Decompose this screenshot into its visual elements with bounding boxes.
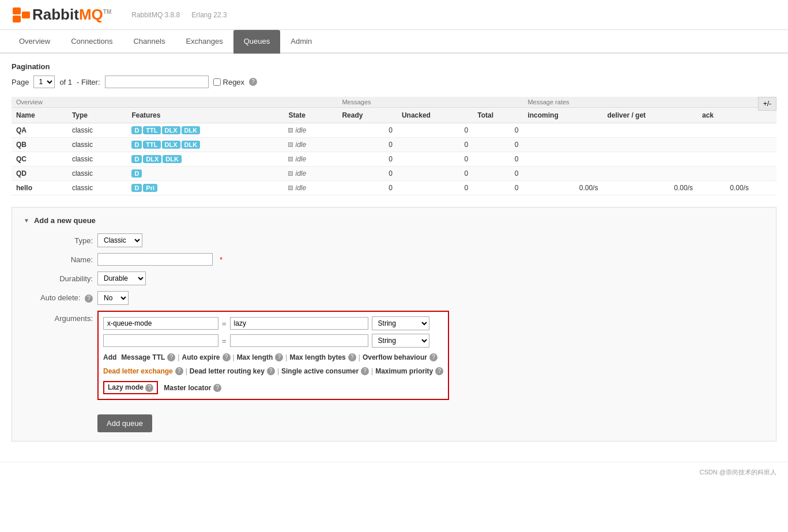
table-row[interactable]: QB classic DTTLDLXDLK idle 0 0 0 [12,138,776,152]
help-dead-letter-routing-key[interactable]: ? [267,367,275,375]
state-dot [288,128,293,133]
add-links-row2: Dead letter exchange ? | Dead letter rou… [103,367,443,375]
add-label: Add [103,353,116,361]
cell-state: idle [284,167,337,181]
cell-deliver-get [602,123,697,138]
cell-name[interactable]: QD [12,167,67,181]
link-max-length[interactable]: Max length [237,353,273,361]
help-max-length[interactable]: ? [275,353,283,361]
cell-incoming [523,123,602,138]
help-max-length-bytes[interactable]: ? [348,353,356,361]
svg-rect-0 [13,7,21,14]
help-message-ttl[interactable]: ? [167,353,175,361]
cell-type: classic [67,152,127,167]
cell-features: DPri [127,181,284,195]
cell-name[interactable]: QB [12,138,67,152]
auto-delete-row: Auto delete: ? No Yes [24,291,764,305]
cell-type: classic [67,181,127,195]
link-maximum-priority[interactable]: Maximum priority [375,367,433,375]
auto-delete-select[interactable]: No Yes [97,291,129,305]
plus-minus-btn[interactable]: +/- [758,97,776,111]
link-auto-expire[interactable]: Auto expire [182,353,220,361]
link-master-locator[interactable]: Master locator [164,384,211,392]
content: Pagination Page 1 of 1 - Filter: Regex ?… [0,54,788,450]
cell-name[interactable]: QA [12,123,67,138]
section-toggle[interactable]: ▼ Add a new queue [24,216,764,225]
col-ack: ack [697,108,753,123]
table-row[interactable]: QC classic DDLXDLK idle 0 0 0 [12,152,776,167]
col-total: Total [473,108,523,123]
submit-area: Add queue [97,406,764,432]
nav-item-admin[interactable]: Admin [280,30,322,54]
cell-name[interactable]: QC [12,152,67,167]
link-max-length-bytes[interactable]: Max length bytes [289,353,345,361]
table-column-headers: Name Type Features State Ready Unacked T… [12,108,776,123]
add-queue-button[interactable]: Add queue [97,414,152,432]
version-info: RabbitMQ 3.8.8 [131,11,180,19]
cell-ack [697,123,753,138]
help-maximum-priority[interactable]: ? [435,367,443,375]
col-unacked: Unacked [397,108,473,123]
table-row[interactable]: QA classic DTTLDLXDLK idle 0 0 0 [12,123,776,138]
help-overflow-behaviour[interactable]: ? [429,353,438,361]
nav-item-channels[interactable]: Channels [123,30,175,54]
cell-deliver-get [602,152,697,167]
name-row: Name: * [24,253,764,266]
link-dead-letter-exchange[interactable]: Dead letter exchange [103,367,173,375]
cell-total: 0 [473,181,523,195]
link-message-ttl[interactable]: Message TTL [121,353,165,361]
cell-deliver-get [602,138,697,152]
col-type: Type [67,108,127,123]
help-master-locator[interactable]: ? [213,384,221,392]
logo-icon [12,6,32,24]
cell-ready: 0 [337,138,397,152]
state-dot [288,186,293,190]
name-input[interactable] [97,253,213,266]
durability-row: Durability: Durable Transient [24,271,764,285]
cell-name[interactable]: hello [12,181,67,195]
cell-unacked: 0 [397,138,473,152]
arg-key-1[interactable] [103,317,218,330]
nav-item-connections[interactable]: Connections [61,30,123,54]
table-group-headers: Overview Messages Message rates +/- [12,97,776,108]
cell-state: idle [284,138,337,152]
regex-help[interactable]: ? [249,78,257,86]
arg-val-2[interactable] [230,334,368,347]
page-label: Page [12,78,29,86]
regex-checkbox[interactable] [213,78,221,86]
logo: RabbitMQTM [12,6,111,24]
arg-type-2[interactable]: String Number Boolean [372,334,429,348]
cell-unacked: 0 [397,167,473,181]
filter-label: - Filter: [77,78,100,86]
arguments-row: Arguments: = String Number Boolean = [24,311,764,400]
help-lazy-mode[interactable]: ? [145,384,153,392]
nav-item-queues[interactable]: Queues [233,30,281,54]
page-select[interactable]: 1 [33,76,55,88]
link-dead-letter-routing-key[interactable]: Dead letter routing key [190,367,265,375]
link-overflow-behaviour[interactable]: Overflow behaviour [363,353,427,361]
footer: CSDN @崇尚技术的科班人 [0,462,788,482]
auto-delete-help[interactable]: ? [85,295,93,303]
link-single-active-consumer[interactable]: Single active consumer [281,367,359,375]
filter-input[interactable] [105,76,209,88]
state-dot [288,142,293,147]
arguments-label: Arguments: [24,311,93,323]
arg-key-2[interactable] [103,334,218,347]
table-row[interactable]: hello classic DPri idle 0 0 0 0.00/s 0.0… [12,181,776,195]
link-lazy-mode[interactable]: Lazy mode [108,383,144,391]
cell-features: DTTLDLXDLK [127,123,284,138]
help-auto-expire[interactable]: ? [223,353,231,361]
help-dead-letter-exchange[interactable]: ? [175,367,183,375]
nav-item-overview[interactable]: Overview [9,30,61,54]
arg-val-1[interactable] [230,317,368,330]
nav-item-exchanges[interactable]: Exchanges [175,30,233,54]
required-star: * [220,255,223,264]
durability-select[interactable]: Durable Transient [97,271,146,285]
group-overview: Overview [12,97,337,108]
cell-type: classic [67,167,127,181]
regex-text: Regex [223,78,245,86]
type-select[interactable]: Classic Quorum [97,233,142,247]
help-single-active-consumer[interactable]: ? [361,367,369,375]
arg-type-1[interactable]: String Number Boolean [372,316,429,330]
table-row[interactable]: QD classic D idle 0 0 0 [12,167,776,181]
